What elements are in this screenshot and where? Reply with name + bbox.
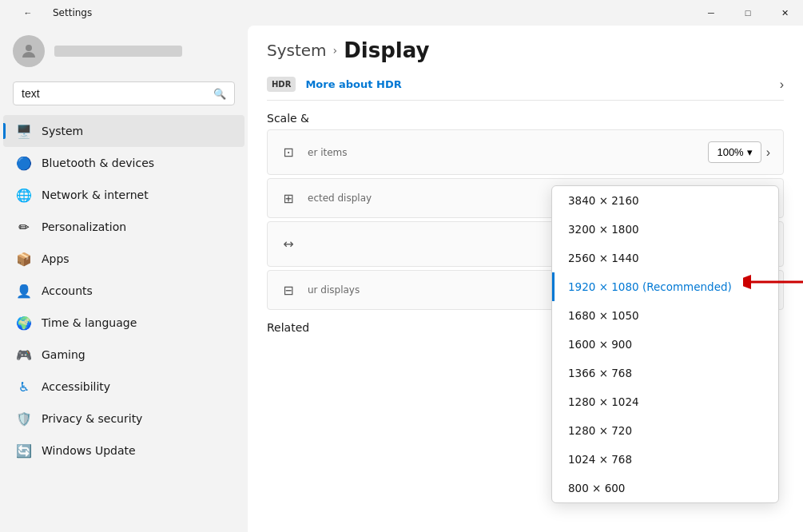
scale-dropdown-icon: ▾ xyxy=(747,146,753,158)
user-name xyxy=(54,46,182,57)
dropdown-option-label: 3840 × 2160 xyxy=(568,194,639,207)
sidebar-item-label: Time & language xyxy=(42,316,137,329)
content-area: System › Display HDR More about HDR › Sc… xyxy=(248,26,803,532)
sidebar-item-gaming[interactable]: 🎮 Gaming xyxy=(3,339,244,371)
displays-icon: ⊟ xyxy=(280,282,296,298)
network-icon: 🌐 xyxy=(16,187,32,203)
breadcrumb: System › Display xyxy=(248,26,803,69)
related-label: Related xyxy=(267,321,309,334)
time-icon: 🌍 xyxy=(16,315,32,331)
scale-icon: ⊡ xyxy=(280,145,296,161)
search-icon: 🔍 xyxy=(213,88,226,100)
dropdown-item-1280-1024[interactable]: 1280 × 1024 xyxy=(552,387,778,416)
sidebar-item-accounts[interactable]: 👤 Accounts xyxy=(3,275,244,307)
dropdown-item-3840[interactable]: 3840 × 2160 xyxy=(552,186,778,215)
dropdown-option-label: 1366 × 768 xyxy=(568,367,632,379)
windows-update-icon: 🔄 xyxy=(16,443,32,459)
sidebar-item-label: Bluetooth & devices xyxy=(42,157,154,169)
dropdown-option-label: 1920 × 1080 (Recommended) xyxy=(568,280,732,293)
dropdown-item-1366[interactable]: 1366 × 768 xyxy=(552,359,778,387)
accounts-icon: 👤 xyxy=(16,283,32,299)
sidebar-item-label: Windows Update xyxy=(42,444,136,457)
setting-row-left-res: ⊞ ected display xyxy=(280,190,372,206)
accessibility-icon: ♿ xyxy=(16,379,32,395)
dropdown-item-1920[interactable]: 1920 × 1080 (Recommended) xyxy=(552,272,778,301)
sidebar: 🔍 🖥️ System 🔵 Bluetooth & devices 🌐 Netw… xyxy=(0,26,248,532)
setting-info-disp: ur displays xyxy=(308,284,360,296)
breadcrumb-display: Display xyxy=(344,38,429,62)
system-icon: 🖥️ xyxy=(16,123,32,139)
scale-desc: er items xyxy=(308,147,348,158)
setting-row-scale: ⊡ er items 100% ▾ › xyxy=(267,129,784,175)
sidebar-item-label: System xyxy=(42,125,83,137)
hdr-link[interactable]: More about HDR xyxy=(305,78,401,90)
hdr-left: HDR More about HDR xyxy=(267,77,402,92)
hdr-badge: HDR xyxy=(267,77,296,92)
resolution-icon: ⊞ xyxy=(280,190,296,206)
dropdown-item-1600[interactable]: 1600 × 900 xyxy=(552,330,778,359)
setting-row-left: ⊡ er items xyxy=(280,145,348,161)
dropdown-option-label: 3200 × 1800 xyxy=(568,223,639,236)
dropdown-item-1280-720[interactable]: 1280 × 720 xyxy=(552,416,778,445)
search-input[interactable] xyxy=(22,87,207,100)
app-title: Settings xyxy=(53,7,92,18)
hdr-chevron-button[interactable]: › xyxy=(780,77,784,92)
avatar xyxy=(13,35,45,67)
hdr-text-group: More about HDR xyxy=(305,78,401,90)
dropdown-item-1024[interactable]: 1024 × 768 xyxy=(552,445,778,474)
scale-section: Scale & xyxy=(267,101,784,129)
scale-value: 100% xyxy=(717,146,743,158)
sidebar-item-windows-update[interactable]: 🔄 Windows Update xyxy=(3,435,244,466)
disp-desc: ur displays xyxy=(308,284,360,296)
apps-icon: 📦 xyxy=(16,251,32,267)
sidebar-item-system[interactable]: 🖥️ System xyxy=(3,115,244,147)
sidebar-item-label: Accounts xyxy=(42,284,93,297)
dropdown-option-label: 1280 × 720 xyxy=(568,424,632,437)
dropdown-item-800[interactable]: 800 × 600 xyxy=(552,474,778,502)
setting-info-res: ected display xyxy=(308,193,372,204)
personalization-icon: ✏️ xyxy=(16,219,32,235)
sidebar-item-apps[interactable]: 📦 Apps xyxy=(3,243,244,275)
user-profile xyxy=(0,26,248,77)
sidebar-item-label: Personalization xyxy=(42,220,126,233)
scale-chevron[interactable]: › xyxy=(766,145,770,160)
dropdown-option-label: 1680 × 1050 xyxy=(568,309,639,322)
minimize-button[interactable]: ─ xyxy=(693,0,729,26)
sidebar-item-label: Network & internet xyxy=(42,189,149,201)
maximize-button[interactable]: □ xyxy=(729,0,766,26)
user-icon xyxy=(19,42,38,61)
sidebar-item-accessibility[interactable]: ♿ Accessibility xyxy=(3,371,244,403)
breadcrumb-arrow: › xyxy=(333,44,338,57)
setting-row-left-orient: ↔ xyxy=(280,236,296,252)
resolution-dropdown: 3840 × 2160 3200 × 1800 2560 × 1440 1920… xyxy=(551,185,779,503)
hdr-row: HDR More about HDR › xyxy=(267,69,784,101)
back-button[interactable]: ← xyxy=(10,0,46,26)
sidebar-item-time[interactable]: 🌍 Time & language xyxy=(3,307,244,339)
scale-label: Scale & xyxy=(267,112,309,125)
sidebar-item-bluetooth[interactable]: 🔵 Bluetooth & devices xyxy=(3,147,244,179)
close-button[interactable]: ✕ xyxy=(766,0,803,26)
window-controls: ─ □ ✕ xyxy=(693,0,803,26)
sidebar-item-privacy[interactable]: 🛡️ Privacy & security xyxy=(3,403,244,435)
dropdown-option-label: 1280 × 1024 xyxy=(568,395,639,408)
sidebar-item-label: Accessibility xyxy=(42,380,110,393)
dropdown-option-label: 800 × 600 xyxy=(568,482,625,494)
res-desc: ected display xyxy=(308,193,372,204)
sidebar-item-network[interactable]: 🌐 Network & internet xyxy=(3,179,244,211)
dropdown-option-label: 1600 × 900 xyxy=(568,338,632,351)
title-bar-left: ← Settings xyxy=(10,0,92,26)
setting-info: er items xyxy=(308,147,348,158)
sidebar-item-personalization[interactable]: ✏️ Personalization xyxy=(3,211,244,243)
dropdown-item-1680[interactable]: 1680 × 1050 xyxy=(552,301,778,330)
dropdown-item-3200[interactable]: 3200 × 1800 xyxy=(552,215,778,244)
sidebar-item-label: Privacy & security xyxy=(42,412,142,425)
breadcrumb-system: System xyxy=(267,41,327,60)
setting-control: 100% ▾ › xyxy=(708,141,770,163)
orientation-icon: ↔ xyxy=(280,236,296,252)
privacy-icon: 🛡️ xyxy=(16,411,32,427)
sidebar-item-label: Apps xyxy=(42,252,70,265)
search-box[interactable]: 🔍 xyxy=(13,81,235,105)
scale-select[interactable]: 100% ▾ xyxy=(708,141,761,163)
sidebar-item-label: Gaming xyxy=(42,348,85,361)
dropdown-item-2560[interactable]: 2560 × 1440 xyxy=(552,244,778,272)
